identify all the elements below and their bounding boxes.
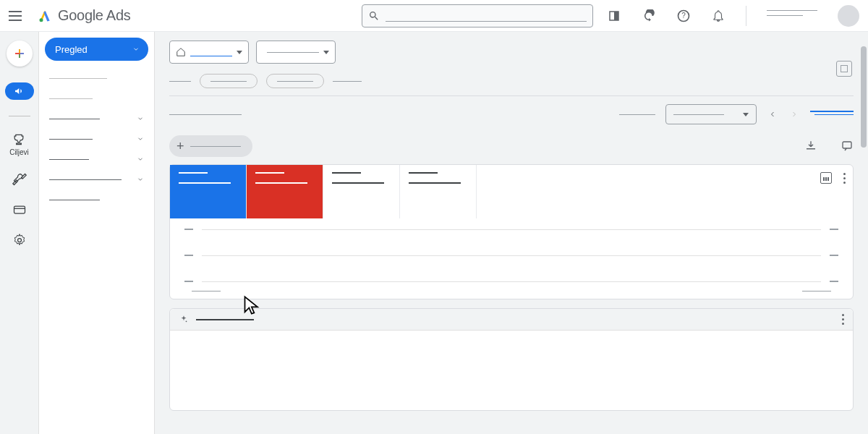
main-content: + bbox=[155, 32, 868, 434]
feedback-icon[interactable] bbox=[841, 140, 854, 153]
svg-point-7 bbox=[17, 239, 21, 242]
crumb-item bbox=[169, 81, 191, 82]
more-menu-icon[interactable] bbox=[842, 314, 844, 325]
plus-icon bbox=[13, 47, 26, 60]
trophy-icon bbox=[12, 132, 26, 147]
dropdown-caret-icon bbox=[237, 51, 242, 54]
sparkle-icon bbox=[179, 315, 189, 325]
vertical-scrollbar[interactable] bbox=[861, 32, 867, 434]
more-menu-icon[interactable] bbox=[843, 173, 846, 184]
active-tab-underline bbox=[810, 111, 854, 112]
menu-hamburger-icon[interactable] bbox=[9, 7, 26, 25]
insights-card bbox=[169, 308, 854, 411]
appearance-icon[interactable] bbox=[607, 9, 621, 23]
cards-toolbar: + bbox=[169, 135, 854, 157]
svg-rect-5 bbox=[14, 206, 25, 213]
filter-chip-1[interactable] bbox=[200, 74, 258, 88]
rail-admin[interactable] bbox=[12, 233, 27, 247]
download-icon[interactable] bbox=[804, 140, 817, 153]
svg-point-0 bbox=[40, 18, 43, 22]
date-range-picker[interactable] bbox=[665, 104, 757, 124]
sidenav-item-3[interactable] bbox=[39, 109, 154, 129]
date-label bbox=[619, 114, 655, 115]
chevron-down-icon bbox=[137, 153, 144, 166]
left-rail: Ciljevi bbox=[0, 32, 39, 434]
metric-tab-2[interactable] bbox=[247, 165, 323, 218]
metrics-card bbox=[169, 164, 854, 299]
svg-point-9 bbox=[186, 320, 187, 322]
tools-icon bbox=[12, 172, 27, 187]
filter-chip-2[interactable] bbox=[266, 74, 324, 88]
campaign-selector[interactable] bbox=[256, 41, 336, 64]
search-input[interactable] bbox=[386, 10, 587, 22]
rail-goals[interactable]: Ciljevi bbox=[9, 132, 29, 156]
global-search[interactable] bbox=[362, 4, 593, 27]
section-divider bbox=[169, 95, 854, 96]
side-nav: Pregled bbox=[39, 32, 155, 434]
chevron-down-icon bbox=[132, 44, 140, 55]
insights-body bbox=[170, 331, 853, 410]
overview-label bbox=[169, 114, 242, 115]
chart-x-axis bbox=[170, 291, 853, 299]
insights-card-header bbox=[170, 309, 853, 331]
rail-divider bbox=[9, 116, 30, 116]
card-tools bbox=[820, 172, 846, 184]
brand-logo[interactable]: Google Ads bbox=[38, 7, 130, 24]
scope-selectors bbox=[169, 41, 854, 64]
header-divider bbox=[746, 6, 746, 26]
chart-area bbox=[170, 218, 853, 291]
crumb-item bbox=[333, 81, 362, 82]
create-fab[interactable] bbox=[7, 41, 33, 67]
compare-link[interactable] bbox=[814, 114, 854, 115]
sidenav-item-2[interactable] bbox=[39, 88, 154, 109]
user-avatar[interactable] bbox=[838, 5, 859, 27]
header-actions: ? bbox=[607, 5, 859, 27]
chevron-down-icon bbox=[137, 173, 144, 186]
gear-icon bbox=[12, 233, 27, 247]
sidenav-item-6[interactable] bbox=[39, 169, 154, 190]
card-icon bbox=[12, 203, 27, 217]
layout-toggle-icon[interactable] bbox=[836, 61, 852, 77]
sidenav-item-5[interactable] bbox=[39, 149, 154, 169]
rail-billing[interactable] bbox=[12, 203, 27, 217]
date-prev-button[interactable] bbox=[767, 109, 778, 120]
notifications-icon[interactable] bbox=[711, 9, 726, 23]
svg-text:?: ? bbox=[681, 12, 686, 20]
date-next-button[interactable] bbox=[788, 109, 800, 120]
rail-goals-label: Ciljevi bbox=[9, 148, 29, 156]
metric-tab-1[interactable] bbox=[170, 165, 247, 218]
rail-tools[interactable] bbox=[12, 172, 27, 187]
chart-settings-icon[interactable] bbox=[820, 172, 832, 184]
dropdown-caret-icon bbox=[323, 51, 329, 54]
refresh-icon[interactable] bbox=[642, 9, 656, 23]
sidenav-item-1[interactable] bbox=[39, 68, 154, 88]
sidenav-item-4[interactable] bbox=[39, 129, 154, 149]
metric-tab-4[interactable] bbox=[400, 165, 477, 218]
app-header: Google Ads ? bbox=[0, 0, 868, 32]
filter-row bbox=[169, 74, 854, 88]
metric-tab-3[interactable] bbox=[323, 165, 400, 218]
sidenav-selected-label: Pregled bbox=[55, 44, 88, 55]
add-card-button[interactable]: + bbox=[169, 135, 252, 157]
account-selector[interactable] bbox=[169, 41, 249, 64]
svg-rect-2 bbox=[614, 12, 618, 20]
search-icon bbox=[368, 10, 380, 22]
sidenav-item-7[interactable] bbox=[39, 190, 154, 210]
insights-title bbox=[196, 319, 254, 320]
chevron-down-icon bbox=[137, 112, 144, 125]
ads-logo-icon bbox=[38, 9, 52, 23]
metric-tabs bbox=[170, 165, 853, 218]
sidenav-selected[interactable]: Pregled bbox=[45, 38, 148, 61]
overview-toolbar bbox=[169, 103, 854, 125]
svg-rect-8 bbox=[843, 142, 851, 148]
megaphone-icon bbox=[14, 85, 25, 97]
chevron-down-icon bbox=[137, 132, 144, 145]
dropdown-caret-icon bbox=[743, 113, 749, 116]
brand-text: Google Ads bbox=[58, 7, 130, 24]
rail-campaigns-pill[interactable] bbox=[5, 82, 34, 100]
plus-icon: + bbox=[176, 140, 184, 153]
home-icon bbox=[176, 47, 186, 57]
help-icon[interactable]: ? bbox=[676, 9, 691, 23]
